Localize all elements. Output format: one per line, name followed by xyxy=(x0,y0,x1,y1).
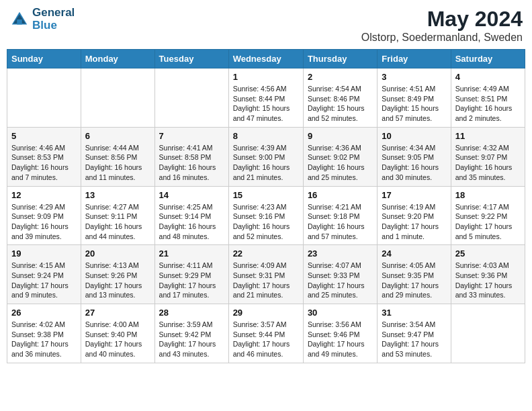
day-number: 31 xyxy=(382,308,446,318)
column-header-tuesday: Tuesday xyxy=(154,50,228,68)
day-cell: 4Sunrise: 4:49 AMSunset: 8:51 PMDaylight… xyxy=(451,68,525,128)
page-header: General Blue May 2024 Olstorp, Soederman… xyxy=(7,7,525,44)
day-info: Sunrise: 4:05 AMSunset: 9:35 PMDaylight:… xyxy=(382,261,446,300)
day-cell: 2Sunrise: 4:54 AMSunset: 8:46 PMDaylight… xyxy=(303,68,377,128)
day-number: 4 xyxy=(455,72,521,82)
day-cell: 26Sunrise: 4:02 AMSunset: 9:38 PMDayligh… xyxy=(7,304,81,363)
day-number: 9 xyxy=(308,131,373,141)
logo: General Blue xyxy=(9,7,75,32)
day-number: 6 xyxy=(85,131,150,141)
day-info: Sunrise: 4:19 AMSunset: 9:20 PMDaylight:… xyxy=(382,202,446,242)
svg-rect-2 xyxy=(17,19,22,25)
day-cell: 10Sunrise: 4:34 AMSunset: 9:05 PMDayligh… xyxy=(378,127,451,186)
day-number: 7 xyxy=(159,131,224,141)
day-number: 29 xyxy=(233,308,299,318)
column-header-thursday: Thursday xyxy=(303,50,377,68)
day-number: 17 xyxy=(382,190,446,200)
day-cell: 23Sunrise: 4:07 AMSunset: 9:33 PMDayligh… xyxy=(303,245,377,304)
day-cell: 31Sunrise: 3:54 AMSunset: 9:47 PMDayligh… xyxy=(378,304,451,363)
column-header-sunday: Sunday xyxy=(7,50,81,68)
day-info: Sunrise: 4:34 AMSunset: 9:05 PMDaylight:… xyxy=(382,143,446,183)
month-title: May 2024 xyxy=(361,7,523,32)
day-number: 18 xyxy=(455,190,521,200)
day-number: 8 xyxy=(233,131,299,141)
day-cell: 29Sunrise: 3:57 AMSunset: 9:44 PMDayligh… xyxy=(228,304,303,363)
day-cell: 16Sunrise: 4:21 AMSunset: 9:18 PMDayligh… xyxy=(303,186,377,245)
day-cell: 8Sunrise: 4:39 AMSunset: 9:00 PMDaylight… xyxy=(228,127,303,186)
day-number: 28 xyxy=(159,308,224,318)
day-info: Sunrise: 4:13 AMSunset: 9:26 PMDaylight:… xyxy=(85,261,150,300)
day-cell: 6Sunrise: 4:44 AMSunset: 8:56 PMDaylight… xyxy=(81,127,154,186)
day-cell: 3Sunrise: 4:51 AMSunset: 8:49 PMDaylight… xyxy=(378,68,451,128)
day-number: 23 xyxy=(308,248,373,259)
day-number: 5 xyxy=(11,131,77,141)
day-number: 14 xyxy=(159,190,224,200)
logo-icon xyxy=(9,9,30,30)
day-info: Sunrise: 4:09 AMSunset: 9:31 PMDaylight:… xyxy=(233,261,299,300)
day-number: 19 xyxy=(11,248,77,259)
day-info: Sunrise: 3:59 AMSunset: 9:42 PMDaylight:… xyxy=(159,320,224,359)
day-number: 1 xyxy=(233,72,299,82)
day-cell xyxy=(7,68,81,128)
day-number: 24 xyxy=(382,248,446,259)
day-cell: 19Sunrise: 4:15 AMSunset: 9:24 PMDayligh… xyxy=(7,245,81,304)
day-headers-row: SundayMondayTuesdayWednesdayThursdayFrid… xyxy=(7,50,525,68)
day-number: 16 xyxy=(308,190,373,200)
day-number: 12 xyxy=(11,190,77,200)
day-info: Sunrise: 4:03 AMSunset: 9:36 PMDaylight:… xyxy=(455,261,521,300)
day-number: 2 xyxy=(308,72,373,82)
calendar-table: SundayMondayTuesdayWednesdayThursdayFrid… xyxy=(7,49,525,363)
day-cell: 28Sunrise: 3:59 AMSunset: 9:42 PMDayligh… xyxy=(154,304,228,363)
day-info: Sunrise: 4:29 AMSunset: 9:09 PMDaylight:… xyxy=(11,202,77,242)
day-info: Sunrise: 4:02 AMSunset: 9:38 PMDaylight:… xyxy=(11,320,77,359)
day-info: Sunrise: 4:11 AMSunset: 9:29 PMDaylight:… xyxy=(159,261,224,300)
day-info: Sunrise: 4:36 AMSunset: 9:02 PMDaylight:… xyxy=(308,143,373,183)
day-cell: 22Sunrise: 4:09 AMSunset: 9:31 PMDayligh… xyxy=(228,245,303,304)
day-number: 26 xyxy=(11,308,77,318)
day-info: Sunrise: 4:00 AMSunset: 9:40 PMDaylight:… xyxy=(85,320,150,359)
day-info: Sunrise: 4:56 AMSunset: 8:44 PMDaylight:… xyxy=(233,84,299,124)
day-cell xyxy=(81,68,154,128)
day-info: Sunrise: 4:25 AMSunset: 9:14 PMDaylight:… xyxy=(159,202,224,242)
day-info: Sunrise: 4:44 AMSunset: 8:56 PMDaylight:… xyxy=(85,143,150,183)
day-info: Sunrise: 4:41 AMSunset: 8:58 PMDaylight:… xyxy=(159,143,224,183)
day-info: Sunrise: 4:15 AMSunset: 9:24 PMDaylight:… xyxy=(11,261,77,300)
day-cell: 15Sunrise: 4:23 AMSunset: 9:16 PMDayligh… xyxy=(228,186,303,245)
day-number: 20 xyxy=(85,248,150,259)
day-cell xyxy=(154,68,228,128)
day-cell: 11Sunrise: 4:32 AMSunset: 9:07 PMDayligh… xyxy=(451,127,525,186)
day-info: Sunrise: 3:56 AMSunset: 9:46 PMDaylight:… xyxy=(308,320,373,359)
day-cell xyxy=(451,304,525,363)
day-cell: 21Sunrise: 4:11 AMSunset: 9:29 PMDayligh… xyxy=(154,245,228,304)
day-cell: 13Sunrise: 4:27 AMSunset: 9:11 PMDayligh… xyxy=(81,186,154,245)
day-cell: 7Sunrise: 4:41 AMSunset: 8:58 PMDaylight… xyxy=(154,127,228,186)
day-number: 13 xyxy=(85,190,150,200)
day-number: 3 xyxy=(382,72,446,82)
day-cell: 20Sunrise: 4:13 AMSunset: 9:26 PMDayligh… xyxy=(81,245,154,304)
week-row-4: 19Sunrise: 4:15 AMSunset: 9:24 PMDayligh… xyxy=(7,245,525,304)
logo-text: General Blue xyxy=(32,7,75,32)
column-header-friday: Friday xyxy=(378,50,451,68)
day-info: Sunrise: 4:17 AMSunset: 9:22 PMDaylight:… xyxy=(455,202,521,242)
location-title: Olstorp, Soedermanland, Sweden xyxy=(361,32,523,44)
day-info: Sunrise: 3:57 AMSunset: 9:44 PMDaylight:… xyxy=(233,320,299,359)
day-info: Sunrise: 4:21 AMSunset: 9:18 PMDaylight:… xyxy=(308,202,373,242)
day-info: Sunrise: 4:39 AMSunset: 9:00 PMDaylight:… xyxy=(233,143,299,183)
day-cell: 24Sunrise: 4:05 AMSunset: 9:35 PMDayligh… xyxy=(378,245,451,304)
day-number: 30 xyxy=(308,308,373,318)
day-number: 25 xyxy=(455,248,521,259)
day-cell: 9Sunrise: 4:36 AMSunset: 9:02 PMDaylight… xyxy=(303,127,377,186)
day-info: Sunrise: 3:54 AMSunset: 9:47 PMDaylight:… xyxy=(382,320,446,359)
day-info: Sunrise: 4:46 AMSunset: 8:53 PMDaylight:… xyxy=(11,143,77,183)
day-info: Sunrise: 4:51 AMSunset: 8:49 PMDaylight:… xyxy=(382,84,446,124)
day-info: Sunrise: 4:27 AMSunset: 9:11 PMDaylight:… xyxy=(85,202,150,242)
day-cell: 12Sunrise: 4:29 AMSunset: 9:09 PMDayligh… xyxy=(7,186,81,245)
day-cell: 17Sunrise: 4:19 AMSunset: 9:20 PMDayligh… xyxy=(378,186,451,245)
day-number: 27 xyxy=(85,308,150,318)
day-number: 21 xyxy=(159,248,224,259)
week-row-1: 1Sunrise: 4:56 AMSunset: 8:44 PMDaylight… xyxy=(7,68,525,128)
day-info: Sunrise: 4:32 AMSunset: 9:07 PMDaylight:… xyxy=(455,143,521,183)
day-cell: 1Sunrise: 4:56 AMSunset: 8:44 PMDaylight… xyxy=(228,68,303,128)
week-row-3: 12Sunrise: 4:29 AMSunset: 9:09 PMDayligh… xyxy=(7,186,525,245)
day-info: Sunrise: 4:23 AMSunset: 9:16 PMDaylight:… xyxy=(233,202,299,242)
